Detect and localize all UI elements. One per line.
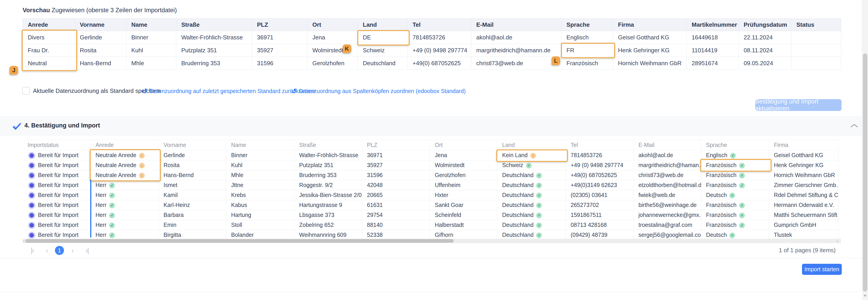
cell-anrede: Herr✓ — [90, 230, 158, 240]
cell-name: Hartung — [226, 210, 294, 220]
cell-anrede: Herr✓ — [90, 200, 158, 210]
scroll-down-arrow[interactable] — [864, 295, 867, 297]
preview-row: Frau Dr.RositaKuhlPutzplatz 35135927Wolm… — [23, 44, 841, 57]
section-title: 4. Bestätigung und Import — [24, 122, 100, 129]
cell-email: johannewernecke@gmx.… — [633, 210, 701, 220]
pagination-prev-button[interactable]: ‹ — [46, 246, 48, 255]
update-confirmation-button[interactable]: Bestätigung und Import aktualisieren — [755, 99, 842, 111]
cell-strasse: Walter-Fröhlich-Strasse — [294, 151, 362, 160]
reset-mapping-link[interactable]: ↺Datenzuordnung auf zuletzt gespeicherte… — [142, 87, 315, 95]
import-row: Bereit für ImportHerr✓EminStollZobelring… — [23, 220, 841, 230]
ready-status-icon — [29, 193, 34, 198]
ready-status-icon — [29, 223, 34, 227]
import-column-header: Sprache — [701, 140, 769, 151]
preview-table: AnredeVornameNameStraßePLZOrtLandTelE-Ma… — [23, 18, 841, 70]
preview-cell: Schweiz — [358, 44, 408, 57]
preview-cell — [792, 44, 841, 57]
import-column-header: Ort — [430, 140, 497, 151]
preview-cell: Rosita — [75, 44, 126, 57]
map-from-headers-link[interactable]: ↺Datenzuordnung aus Spaltenköpfen zuordn… — [291, 87, 466, 95]
check-icon: ✓ — [536, 173, 542, 179]
anrede-column-marker — [90, 180, 91, 238]
cell-ort: Hxter — [430, 190, 497, 200]
preview-cell — [792, 31, 841, 44]
save-mapping-checkbox[interactable] — [22, 87, 30, 94]
preview-cell: Mhle — [126, 57, 176, 70]
cell-ort: Gerolzhofen — [430, 170, 497, 180]
cell-name: Mhle — [226, 170, 294, 180]
check-icon: ✓ — [730, 153, 736, 159]
annotation-badge-j: J — [9, 66, 18, 75]
cell-tel: +49 (0) 9498 297774 — [565, 160, 633, 170]
cell-importstatus: Bereit für Import — [23, 170, 90, 180]
cell-strasse: Putzplatz 351 — [294, 160, 362, 170]
pagination-current-page[interactable]: 1 — [55, 246, 64, 255]
cell-importstatus: Bereit für Import — [23, 160, 90, 170]
scroll-right-arrow[interactable]: › — [836, 238, 838, 244]
cell-email: sergej56@googlemail.co… — [633, 230, 701, 240]
preview-cell: Henk Gehringer KG — [613, 44, 687, 57]
cell-tel: 08713 428168 — [565, 220, 633, 230]
reset-mapping-link-label: Datenzuordnung auf zuletzt gespeicherten… — [150, 88, 315, 94]
cell-empty — [838, 151, 841, 160]
cell-email: margritheidrich@haman… — [633, 160, 701, 170]
preview-header-row: AnredeVornameNameStraßePLZOrtLandTelE-Ma… — [23, 19, 841, 31]
cell-empty — [838, 210, 841, 220]
import-column-header: Straße — [294, 140, 362, 151]
cell-plz: 31596 — [362, 170, 430, 180]
cell-sprache: Deutsch✓ — [701, 190, 769, 200]
chevron-up-icon[interactable] — [850, 124, 859, 129]
cell-ort: Halberstadt — [430, 220, 497, 230]
preview-cell: 35927 — [252, 44, 307, 57]
cell-tel: 265273702 — [565, 200, 633, 210]
check-icon: ✓ — [739, 183, 745, 188]
cell-anrede: Herr✓ — [90, 210, 158, 220]
cell-empty — [838, 200, 841, 210]
preview-cell: akohl@aol.de — [471, 31, 561, 44]
cell-firma: Gumprich GmbH — [769, 220, 838, 230]
cell-name: Krebs — [226, 190, 294, 200]
preview-cell: 08.11.2024 — [739, 44, 792, 57]
start-import-button[interactable]: Import starten — [802, 264, 842, 275]
cell-vorname: Gerlinde — [158, 151, 226, 160]
cell-email: troestalina@graf.com — [633, 220, 701, 230]
preview-title-bold: Vorschau — [23, 7, 50, 13]
import-column-header: Firma — [769, 140, 838, 151]
cell-firma: Hornich Weihmann GbR — [769, 170, 838, 180]
cell-sprache: Französisch✓ — [701, 170, 769, 180]
preview-title-rest: Zugewiesen (oberste 3 Zeilen der Importd… — [50, 7, 177, 13]
import-row: Bereit für ImportHerr✓BarbaraHartungLbsg… — [23, 210, 841, 220]
cell-firma: Hermann Oderwald e.V. — [769, 200, 838, 210]
check-icon: ✓ — [536, 233, 542, 238]
preview-cell: 7814853726 — [408, 31, 471, 44]
cell-strasse: Roggestr. 9/2 — [294, 180, 362, 190]
preview-column-header: Anrede — [23, 19, 75, 31]
preview-column-header: Martikelnummer — [687, 19, 739, 31]
cell-email: birthe56@weinhage.de — [633, 200, 701, 210]
cell-name: Binner — [226, 151, 294, 160]
ready-status-icon — [29, 233, 34, 238]
cell-email: akohl@aol.de — [633, 151, 701, 160]
cell-vorname: Kamil — [158, 190, 226, 200]
cell-tel: +49(0) 687052625 — [565, 170, 633, 180]
vertical-scrollbar-thumb[interactable] — [863, 53, 867, 292]
section-header-confirmation[interactable]: 4. Bestätigung und Import — [0, 116, 862, 135]
preview-cell: 09.05.2024 — [739, 57, 792, 70]
preview-cell: Französisch — [561, 57, 613, 70]
preview-column-header: Vorname — [75, 19, 126, 31]
preview-column-header: Sprache — [561, 19, 613, 31]
horizontal-scrollbar-thumb[interactable] — [25, 239, 454, 243]
pagination-first-button[interactable]: |‹ — [31, 246, 34, 255]
preview-cell: margritheidrich@hamann.de — [471, 44, 561, 57]
cell-plz: 61631 — [362, 200, 430, 210]
import-column-header: Name — [226, 140, 294, 151]
cell-ort: Gifhorn — [430, 230, 497, 240]
pagination-last-button[interactable]: ›| — [86, 246, 89, 255]
import-column-header-empty — [838, 140, 841, 151]
scroll-left-arrow[interactable]: ‹ — [23, 238, 25, 244]
preview-cell: Hans-Bernd — [75, 57, 126, 70]
cell-empty — [838, 190, 841, 200]
pagination-next-button[interactable]: › — [71, 246, 73, 255]
import-column-header: PLZ — [362, 140, 430, 151]
import-row: Bereit für ImportHerr✓IsmetJttneRoggestr… — [23, 180, 841, 190]
